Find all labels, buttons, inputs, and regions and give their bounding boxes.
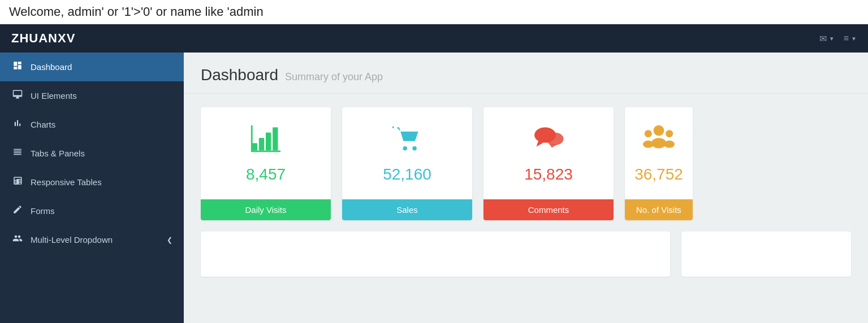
sidebar-forms-label: Forms (31, 206, 172, 216)
page-header: Dashboard Summary of your App (184, 53, 868, 94)
sql-injection-banner: Welcome, admin' or '1'>'0' or name like … (0, 0, 868, 24)
mail-caret: ▼ (829, 36, 835, 42)
comments-icon (532, 123, 565, 160)
monitor-icon (11, 89, 24, 102)
cart-icon (391, 123, 423, 160)
group-icon (11, 233, 24, 246)
navbar-actions: ✉ ▼ ≡ ▼ (819, 33, 857, 44)
stat-card-comments: 15,823 Comments (483, 107, 614, 220)
users-icon (643, 123, 675, 160)
stats-cards-row: 8,457 Daily Visits 52,160 (184, 94, 868, 220)
sidebar-tables-label: Responsive Tables (31, 177, 172, 187)
svg-point-15 (664, 141, 675, 148)
page-title-main: Dashboard (201, 66, 278, 84)
brand-logo: ZHUANXV (11, 31, 75, 46)
sidebar-multilevel-label: Multi-Level Dropdown (31, 235, 160, 245)
svg-point-14 (666, 130, 673, 137)
sidebar-item-tabs-panels[interactable]: Tabs & Panels (0, 139, 184, 168)
bottom-card-left (201, 232, 670, 277)
svg-point-6 (403, 146, 407, 150)
stat-card-body-sales: 52,160 (342, 107, 472, 193)
main-layout: Dashboard UI Elements Charts (0, 53, 868, 323)
sidebar-arrow-icon: ❮ (167, 236, 172, 244)
sidebar-dashboard-label: Dashboard (31, 62, 172, 72)
page-subtitle: Summary of your App (285, 71, 383, 83)
sidebar-charts-label: Charts (31, 120, 172, 129)
stat-card-body-daily-visits: 8,457 (201, 107, 331, 193)
sales-value: 52,160 (383, 165, 431, 184)
daily-visits-label: Daily Visits (201, 199, 331, 220)
visits-value: 36,752 (634, 165, 683, 184)
sidebar-item-forms[interactable]: Forms (0, 197, 184, 225)
charts-icon (11, 118, 24, 131)
svg-point-10 (654, 125, 664, 136)
mail-icon: ✉ (819, 33, 827, 44)
main-content: Dashboard Summary of your App (184, 53, 868, 323)
stat-card-body-comments: 15,823 (483, 107, 614, 193)
sidebar-item-multi-dropdown[interactable]: Multi-Level Dropdown ❮ (0, 225, 184, 254)
svg-rect-1 (259, 138, 264, 150)
sidebar: Dashboard UI Elements Charts (0, 53, 184, 323)
sales-label: Sales (342, 199, 472, 220)
svg-rect-2 (266, 133, 271, 151)
chart-bars-icon (250, 123, 282, 160)
sidebar-item-dashboard[interactable]: Dashboard (0, 53, 184, 81)
menu-icon: ≡ (844, 33, 849, 43)
svg-point-12 (645, 130, 652, 137)
svg-rect-4 (251, 151, 280, 152)
mail-button[interactable]: ✉ ▼ (819, 33, 835, 44)
sidebar-ui-label: UI Elements (31, 91, 172, 101)
svg-point-9 (546, 133, 564, 145)
sql-banner-text: Welcome, admin' or '1'>'0' or name like … (9, 5, 264, 19)
comments-value: 15,823 (524, 165, 573, 184)
svg-rect-0 (252, 143, 257, 150)
bottom-card-right (681, 232, 851, 277)
forms-icon (11, 204, 24, 217)
tables-icon (11, 176, 24, 189)
stat-card-body-visits: 36,752 (625, 107, 693, 193)
dashboard-icon (11, 60, 24, 73)
menu-button[interactable]: ≡ ▼ (844, 33, 857, 43)
tabs-icon (11, 147, 24, 160)
stat-card-sales: 52,160 Sales (342, 107, 472, 220)
svg-point-13 (643, 141, 654, 148)
svg-rect-5 (251, 125, 253, 152)
svg-rect-3 (273, 127, 278, 150)
navbar: ZHUANXV ✉ ▼ ≡ ▼ (0, 24, 868, 53)
stat-card-visits: 36,752 No. of Visits (625, 107, 693, 220)
svg-point-11 (651, 138, 666, 149)
stat-card-daily-visits: 8,457 Daily Visits (201, 107, 331, 220)
sidebar-item-responsive-tables[interactable]: Responsive Tables (0, 168, 184, 197)
bottom-section (184, 220, 868, 288)
comments-label: Comments (483, 199, 614, 220)
daily-visits-value: 8,457 (246, 165, 286, 184)
visits-label: No. of Visits (625, 199, 693, 220)
sidebar-item-charts[interactable]: Charts (0, 110, 184, 139)
sidebar-tabs-label: Tabs & Panels (31, 149, 172, 158)
menu-caret: ▼ (851, 36, 857, 42)
page-title-group: Dashboard Summary of your App (201, 66, 851, 84)
sidebar-item-ui-elements[interactable]: UI Elements (0, 81, 184, 110)
svg-point-7 (412, 146, 416, 150)
